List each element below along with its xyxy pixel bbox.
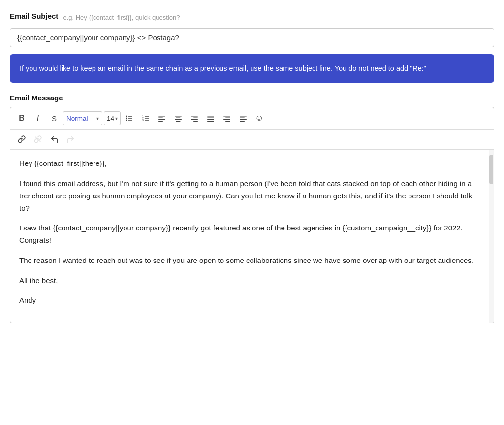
outdent-button[interactable]: [236, 111, 251, 126]
svg-point-4: [126, 120, 127, 121]
svg-rect-27: [207, 121, 214, 122]
svg-rect-7: [145, 116, 149, 117]
unlink-button[interactable]: [31, 132, 45, 147]
svg-rect-9: [145, 118, 149, 119]
svg-rect-28: [223, 116, 230, 117]
bold-button[interactable]: B: [14, 111, 29, 126]
svg-rect-18: [175, 119, 182, 120]
align-justify-button[interactable]: [203, 111, 218, 126]
editor-scrollbar[interactable]: [489, 150, 494, 323]
align-left-button[interactable]: [155, 111, 169, 126]
svg-point-2: [126, 118, 127, 119]
font-size-dropdown[interactable]: 14 ▾: [104, 111, 121, 125]
font-size-value: 14: [107, 115, 114, 122]
svg-rect-20: [191, 116, 198, 117]
svg-rect-34: [240, 119, 247, 120]
indent-button[interactable]: [220, 111, 234, 126]
email-body-paragraph1: I found this email address, but I'm not …: [19, 178, 480, 214]
email-body-greeting: Hey {{contact_first||there}},: [19, 158, 480, 170]
email-body-content[interactable]: Hey {{contact_first||there}}, I found th…: [10, 150, 489, 323]
align-right-button[interactable]: [187, 111, 202, 126]
emoji-button[interactable]: ☺: [252, 111, 267, 126]
editor-body-wrapper: Hey {{contact_first||there}}, I found th…: [10, 150, 494, 323]
svg-rect-35: [240, 121, 245, 122]
svg-rect-30: [223, 119, 230, 120]
svg-rect-21: [193, 118, 198, 119]
svg-rect-11: [145, 120, 149, 121]
svg-rect-23: [193, 121, 198, 122]
svg-rect-5: [128, 120, 132, 121]
font-style-arrow: ▾: [96, 116, 99, 121]
italic-button[interactable]: I: [31, 111, 45, 126]
svg-rect-15: [158, 121, 163, 122]
svg-point-0: [126, 116, 127, 117]
font-size-arrow: ▾: [115, 116, 118, 121]
email-subject-header: Email Subject e.g. Hey {{contact_first}}…: [10, 12, 494, 23]
svg-rect-19: [176, 121, 181, 122]
svg-rect-24: [207, 116, 214, 117]
svg-rect-26: [207, 119, 214, 120]
email-body-signature: Andy: [19, 294, 480, 307]
align-center-button[interactable]: [171, 111, 186, 126]
email-subject-input[interactable]: [10, 28, 494, 47]
svg-rect-13: [158, 118, 163, 119]
svg-rect-31: [225, 121, 230, 122]
email-message-label: Email Message: [10, 94, 494, 102]
email-body-paragraph2: I saw that {{contact_company||your compa…: [19, 222, 480, 247]
link-button[interactable]: [14, 132, 29, 147]
svg-rect-32: [240, 116, 247, 117]
email-subject-hint: e.g. Hey {{contact_first}}, quick questi…: [63, 14, 180, 21]
font-style-value: Normal: [66, 115, 88, 122]
svg-text:3.: 3.: [142, 119, 144, 122]
svg-rect-1: [128, 116, 132, 117]
svg-rect-16: [175, 116, 182, 117]
font-style-dropdown[interactable]: Normal ▾: [63, 111, 102, 125]
email-body-paragraph3: The reason I wanted to reach out was to …: [19, 255, 480, 267]
toolbar-row-1: B I S Normal ▾ 14 ▾ 1. 2: [10, 107, 494, 130]
svg-rect-3: [128, 118, 132, 119]
svg-rect-25: [207, 118, 214, 119]
svg-rect-17: [176, 118, 181, 119]
svg-rect-29: [225, 118, 230, 119]
svg-rect-22: [191, 119, 198, 120]
email-subject-label: Email Subject: [10, 12, 58, 20]
email-body-closing: All the best,: [19, 275, 480, 287]
svg-rect-33: [240, 118, 245, 119]
email-editor: B I S Normal ▾ 14 ▾ 1. 2: [10, 107, 494, 323]
strikethrough-button[interactable]: S: [47, 111, 62, 126]
svg-rect-12: [158, 116, 165, 117]
info-banner: If you would like to keep an email in th…: [10, 54, 494, 83]
unordered-list-button[interactable]: [122, 111, 137, 126]
info-banner-text: If you would like to keep an email in th…: [20, 65, 426, 72]
toolbar-row-2: [10, 130, 494, 150]
undo-button[interactable]: [47, 132, 62, 147]
ordered-list-button[interactable]: 1. 2. 3.: [138, 111, 153, 126]
svg-rect-14: [158, 119, 165, 120]
redo-button[interactable]: [63, 132, 78, 147]
scrollbar-thumb: [489, 155, 493, 184]
